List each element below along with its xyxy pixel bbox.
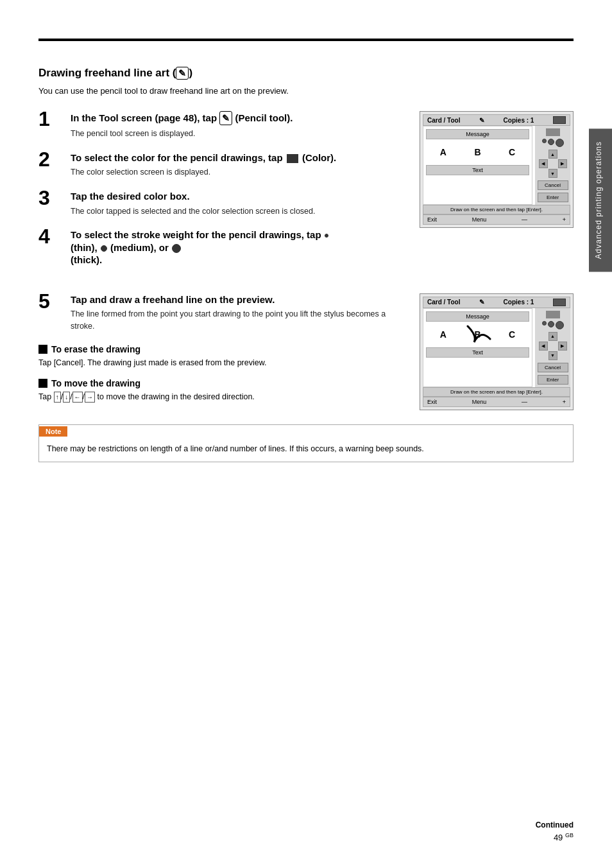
device-2-cancel[interactable]: Cancel	[538, 363, 568, 372]
device-1-arrow-down[interactable]: ▼	[548, 169, 557, 178]
device-1-exit[interactable]: Exit	[427, 216, 437, 223]
device-screen-1: Card / Tool ✎ Copies : 1 Message A B C	[420, 111, 574, 281]
step-1-pencil-icon: ✎	[219, 111, 232, 125]
step-1-subtext: The pencil tool screen is displayed.	[71, 128, 407, 140]
sub-section-move-title: To move the drawing	[38, 378, 407, 388]
note-label: Note	[39, 426, 67, 437]
steps-1-4-area: 1 In the Tool screen (page 48), tap ✎ (P…	[38, 111, 574, 281]
step-5-main: Tap and draw a freehand line on the prev…	[71, 293, 407, 306]
step-5-row: 5 Tap and draw a freehand line on the pr…	[38, 293, 407, 333]
section-title: Drawing freehand line art (✎)	[38, 67, 574, 80]
device-2-bottom-buttons: Exit Menu — +	[423, 397, 570, 407]
step-4-row: 4 To select the stroke weight for the pe…	[38, 229, 407, 269]
step-1-content: In the Tool screen (page 48), tap ✎ (Pen…	[71, 111, 407, 140]
device-2-arrows: ▲ ◀ ▶ ▼	[539, 332, 567, 360]
step-5-content: Tap and draw a freehand line on the prev…	[71, 293, 407, 333]
device-2-letter-b: B	[474, 329, 480, 340]
step-4-suffix3: (medium), or	[110, 242, 169, 253]
sub-section-erase: To erase the drawing Tap [Cancel]. The d…	[38, 344, 407, 369]
step-2-number: 2	[38, 149, 64, 169]
side-tab: Advanced printing operations	[589, 128, 612, 272]
device-2-plus[interactable]: +	[563, 399, 566, 405]
step-2-text-suffix: (Color).	[302, 152, 336, 163]
step-4-suffix4: (thick).	[71, 254, 102, 265]
device-2-body: Message A B C	[423, 308, 570, 387]
step-5-area: 5 Tap and draw a freehand line on the pr…	[38, 293, 574, 412]
step-1-main: In the Tool screen (page 48), tap ✎ (Pen…	[71, 111, 407, 125]
step-5-subtext: The line formed from the point you start…	[71, 308, 407, 333]
device-1-main: Message A B C Text	[423, 126, 532, 205]
step-1-text-suffix: (Pencil tool).	[235, 112, 293, 123]
step-4-suffix2: (thin),	[71, 242, 98, 253]
black-square-erase	[38, 345, 47, 354]
continued-label: Continued	[536, 820, 574, 829]
device-1-topbar-left: Card / Tool	[427, 117, 460, 124]
section-title-text: Drawing freehand line art (	[38, 67, 176, 79]
page-container: Advanced printing operations Drawing fre…	[0, 0, 612, 868]
device-1-enter[interactable]: Enter	[538, 193, 568, 202]
device-2-dot-large	[556, 321, 564, 329]
device-1-dot-small	[542, 139, 547, 143]
device-2-topbar-icon: ✎	[479, 299, 484, 306]
step-3-subtext: The color tapped is selected and the col…	[71, 205, 407, 218]
page-footer: Continued 49 GB	[536, 820, 574, 842]
device-1-color-box	[546, 128, 560, 136]
device-1-arrows: ▲ ◀ ▶ ▼	[539, 150, 567, 178]
dot-thin-icon	[325, 234, 328, 238]
sub-section-erase-text: Tap [Cancel]. The drawing just made is e…	[38, 357, 407, 369]
device-2-menu[interactable]: Menu	[472, 399, 487, 405]
device-1-text: Text	[426, 165, 529, 175]
step-2-subtext: The color selection screen is displayed.	[71, 166, 407, 178]
arrow-right-box: →	[85, 392, 95, 403]
device-1-dot-medium	[548, 139, 554, 145]
device-2-sidebar: ▲ ◀ ▶ ▼ Cancel Enter	[535, 308, 570, 387]
device-2-exit[interactable]: Exit	[427, 399, 437, 405]
device-1-body: Message A B C Text	[423, 126, 570, 205]
device-2-arrow-up[interactable]: ▲	[548, 332, 557, 341]
device-1-plus[interactable]: +	[563, 216, 566, 223]
step-3-content: Tap the desired color box. The color tap…	[71, 190, 407, 217]
device-1-arrow-left[interactable]: ◀	[539, 159, 548, 168]
device-2-letter-a: A	[440, 329, 446, 340]
device-2-color-box	[546, 311, 560, 318]
arrow-up-box: ↑	[54, 392, 61, 403]
sub-section-move: To move the drawing Tap ↑/↓/←/→ to move …	[38, 378, 407, 403]
step-3-text: Tap the desired color box.	[71, 191, 190, 202]
left-steps: 1 In the Tool screen (page 48), tap ✎ (P…	[38, 111, 407, 281]
device-1-cancel[interactable]: Cancel	[538, 180, 568, 190]
device-1-letter-b: B	[474, 147, 480, 157]
device-2-enter[interactable]: Enter	[538, 375, 568, 385]
step-2-main: To select the color for the pencil drawi…	[71, 152, 407, 164]
device-2-topbar: Card / Tool ✎ Copies : 1	[423, 297, 570, 308]
device-2-text: Text	[426, 347, 529, 358]
black-square-move	[38, 379, 47, 388]
device-2-arrow-left[interactable]: ◀	[539, 342, 548, 351]
step-1-number: 1	[38, 108, 64, 129]
device-2-minus[interactable]: —	[522, 399, 527, 405]
note-box: Note There may be restrictions on length…	[38, 424, 574, 462]
device-1-dot-large	[556, 139, 564, 147]
arrow-down-box: ↓	[63, 392, 70, 403]
device-screen-2: Card / Tool ✎ Copies : 1 Message A	[420, 293, 574, 412]
step-1-text-part1: In the Tool screen (page 48), tap	[71, 112, 217, 123]
pencil-icon: ✎	[176, 67, 189, 80]
device-1-bottom-buttons: Exit Menu — +	[423, 214, 570, 225]
device-1-arrow-right[interactable]: ▶	[558, 159, 567, 168]
device-2-arrow-down[interactable]: ▼	[548, 351, 557, 360]
step-4-number: 4	[38, 226, 64, 247]
device-1-message: Message	[426, 129, 529, 139]
device-1-menu[interactable]: Menu	[472, 216, 487, 223]
color-icon	[287, 154, 298, 163]
sub-section-erase-label: To erase the drawing	[51, 344, 140, 354]
step-4-content: To select the stroke weight for the penc…	[71, 229, 407, 269]
device-1-arrow-up[interactable]: ▲	[548, 150, 557, 159]
step-2-text-part1: To select the color for the pencil drawi…	[71, 152, 283, 163]
step-3-main: Tap the desired color box.	[71, 190, 407, 203]
step-5-left: 5 Tap and draw a freehand line on the pr…	[38, 293, 407, 412]
device-1-minus[interactable]: —	[522, 216, 527, 223]
dot-large-icon	[172, 244, 181, 253]
device-2-arrow-right[interactable]: ▶	[558, 342, 567, 351]
step-1-row: 1 In the Tool screen (page 48), tap ✎ (P…	[38, 111, 407, 140]
device-1-letter-c: C	[509, 147, 515, 157]
device-2-topbar-left: Card / Tool	[427, 299, 460, 306]
